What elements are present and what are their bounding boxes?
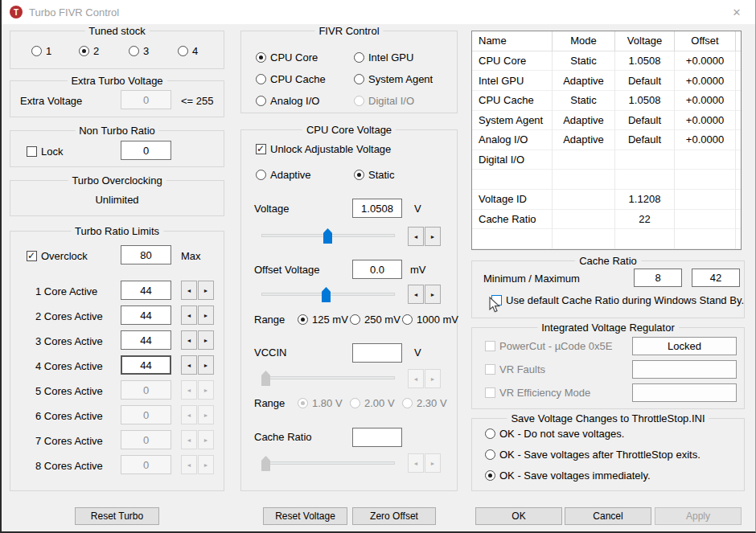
table-cell [675, 190, 736, 210]
voltage-slider-thumb[interactable] [323, 228, 332, 244]
radio-icon[interactable] [485, 449, 495, 460]
fivr-option-system-agent[interactable]: System Agent [354, 73, 433, 85]
radio-icon[interactable] [354, 170, 364, 180]
core-ratio-input-focused[interactable]: 44 [121, 355, 171, 375]
fivr-option-intel-gpu[interactable]: Intel GPU [354, 51, 413, 64]
radio-label: Intel GPU [368, 51, 413, 64]
table-header: Voltage [615, 31, 675, 51]
table-cell-spacer [736, 71, 741, 91]
spin-up-button[interactable]: ► [198, 330, 214, 350]
radio-icon[interactable] [350, 314, 360, 325]
tuned-stock-option-3[interactable]: 3 [129, 45, 149, 57]
spin-down-button[interactable]: ◄ [181, 305, 197, 325]
spin-down-button[interactable]: ◄ [408, 285, 424, 304]
overclock-checkbox[interactable]: ✓ [27, 251, 37, 261]
fivr-option-cpu-cache[interactable]: CPU Cache [256, 73, 326, 85]
table-cell: System Agent [472, 111, 553, 131]
radio-icon[interactable] [256, 170, 266, 180]
spin-up-button[interactable]: ► [198, 305, 214, 325]
core-row-label: 8 Cores Active [35, 460, 103, 472]
save-option-none[interactable]: OK - Do not save voltages. [485, 428, 624, 440]
radio-icon[interactable] [178, 46, 188, 56]
radio-icon[interactable] [79, 46, 89, 56]
radio-icon[interactable] [485, 428, 495, 439]
table-cell: 1.1208 [615, 190, 675, 210]
overclock-checkbox-row[interactable]: ✓ Overclock [27, 250, 88, 262]
radio-icon[interactable] [402, 314, 413, 325]
unlock-voltage-row[interactable]: ✓ Unlock Adjustable Voltage [256, 143, 391, 155]
lock-checkbox-row[interactable]: Lock [27, 146, 63, 158]
mode-adaptive-option[interactable]: Adaptive [256, 169, 311, 181]
table-cell-spacer [736, 170, 741, 190]
spin-up-button[interactable]: ► [198, 355, 214, 375]
radio-icon[interactable] [129, 46, 139, 56]
radio-icon[interactable] [256, 74, 266, 84]
core-ratio-spinner[interactable]: ◄ ► [181, 281, 214, 300]
unlock-voltage-checkbox[interactable]: ✓ [256, 144, 266, 154]
radio-icon[interactable] [256, 96, 266, 106]
voltage-spinner[interactable]: ◄ ► [408, 227, 441, 246]
turbo-max-input[interactable]: 80 [121, 245, 171, 264]
reset-voltage-button[interactable]: Reset Voltage [263, 507, 347, 525]
turbo-overclocking-status: Unlimited [10, 194, 224, 206]
radio-label: OK - Do not save voltages. [499, 428, 624, 440]
core-ratio-spinner[interactable]: ◄ ► [181, 330, 214, 350]
range-1000mv-option[interactable]: 1000 mV [402, 314, 458, 326]
mode-static-option[interactable]: Static [354, 169, 395, 181]
spin-up-button[interactable]: ► [425, 285, 441, 304]
close-icon[interactable]: ✕ [725, 3, 749, 21]
vr-faults-label: VR Faults [499, 363, 545, 375]
lock-checkbox[interactable] [27, 146, 37, 157]
title-bar[interactable]: T Turbo FIVR Control ✕ [2, 0, 755, 24]
fivr-option-cpu-core[interactable]: CPU Core [256, 51, 318, 64]
core-ratio-spinner[interactable]: ◄ ► [181, 305, 214, 325]
voltage-input[interactable]: 1.0508 [352, 199, 402, 218]
save-option-immediately[interactable]: OK - Save voltages immediately. [485, 469, 651, 482]
core-ratio-input[interactable]: 44 [121, 305, 171, 325]
radio-icon[interactable] [256, 52, 266, 63]
cache-max-input[interactable]: 42 [692, 269, 740, 287]
standby-checkbox-row[interactable]: Use default Cache Ratio during Windows S… [491, 294, 744, 306]
right-arrow-icon: ► [203, 288, 209, 293]
radio-label: 250 mV [364, 314, 401, 326]
core-ratio-input[interactable]: 44 [121, 281, 171, 300]
non-turbo-ratio-input[interactable]: 0 [121, 141, 171, 160]
range-125mv-option[interactable]: 125 mV [298, 314, 348, 326]
radio-icon[interactable] [354, 52, 364, 63]
check-icon: ✓ [257, 143, 265, 154]
cancel-button[interactable]: Cancel [565, 507, 651, 525]
tuned-stock-option-1[interactable]: 1 [31, 45, 51, 57]
save-option-on-exit[interactable]: OK - Save voltages after ThrottleStop ex… [485, 449, 701, 461]
table-cell: +0.0000 [675, 71, 736, 91]
cache-min-input[interactable]: 8 [634, 269, 682, 287]
tuned-stock-option-4[interactable]: 4 [178, 45, 198, 57]
offset-voltage-input[interactable]: 0.0 [352, 260, 402, 279]
range-250mv-option[interactable]: 250 mV [350, 314, 401, 326]
table-cell-spacer [736, 190, 741, 210]
radio-icon[interactable] [31, 46, 42, 56]
table-cell: Voltage ID [472, 190, 553, 210]
core-ratio-spinner[interactable]: ◄ ► [181, 355, 214, 375]
radio-icon[interactable] [354, 74, 364, 84]
core-ratio-input[interactable]: 44 [121, 330, 171, 350]
fivr-option-analog-io[interactable]: Analog I/O [256, 95, 319, 107]
spin-up-button[interactable]: ► [425, 227, 441, 246]
spin-down-button[interactable]: ◄ [181, 355, 197, 375]
standby-checkbox[interactable] [491, 295, 502, 305]
spin-down-button[interactable]: ◄ [181, 281, 197, 300]
radio-icon[interactable] [298, 314, 308, 325]
offset-slider-thumb[interactable] [322, 287, 331, 302]
core-row-label: 7 Cores Active [35, 435, 103, 447]
reset-turbo-button[interactable]: Reset Turbo [75, 507, 159, 525]
overclock-label: Overclock [41, 250, 88, 262]
tuned-stock-option-2[interactable]: 2 [79, 45, 99, 57]
spin-up-button[interactable]: ► [198, 281, 214, 300]
spin-down-button[interactable]: ◄ [181, 330, 197, 350]
ok-button[interactable]: OK [475, 507, 562, 525]
radio-icon[interactable] [485, 470, 495, 481]
core-row-label: 3 Cores Active [35, 335, 103, 347]
zero-offset-button[interactable]: Zero Offset [352, 507, 436, 525]
offset-spinner[interactable]: ◄ ► [408, 285, 441, 304]
spin-down-button[interactable]: ◄ [408, 227, 424, 246]
spin-down-button: ◄ [181, 455, 197, 474]
